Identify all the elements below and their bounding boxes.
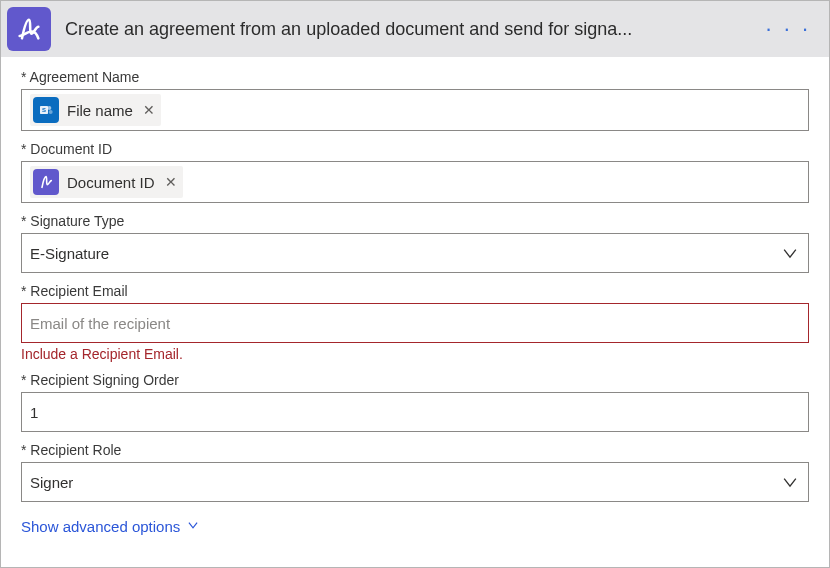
input-value: 1: [30, 404, 38, 421]
token-remove-icon[interactable]: ✕: [165, 174, 177, 190]
select-value: E-Signature: [30, 245, 109, 262]
input-signing-order[interactable]: 1: [21, 392, 809, 432]
label-recipient-email: Recipient Email: [21, 283, 809, 299]
field-recipient-email: Recipient Email Email of the recipient I…: [21, 283, 809, 362]
select-recipient-role[interactable]: Signer: [21, 462, 809, 502]
label-recipient-role: Recipient Role: [21, 442, 809, 458]
input-agreement-name[interactable]: S File name ✕: [21, 89, 809, 131]
card-header: Create an agreement from an uploaded doc…: [1, 1, 829, 57]
svg-point-3: [49, 110, 53, 114]
field-signature-type: Signature Type E-Signature: [21, 213, 809, 273]
field-signing-order: Recipient Signing Order 1: [21, 372, 809, 432]
chevron-down-icon: [186, 518, 200, 535]
token-document-id[interactable]: Document ID ✕: [30, 166, 183, 198]
input-document-id[interactable]: Document ID ✕: [21, 161, 809, 203]
error-recipient-email: Include a Recipient Email.: [21, 346, 809, 362]
field-document-id: Document ID Document ID ✕: [21, 141, 809, 203]
card-title: Create an agreement from an uploaded doc…: [65, 19, 745, 40]
adobe-sign-icon: [7, 7, 51, 51]
token-label: File name: [67, 102, 133, 119]
field-recipient-role: Recipient Role Signer: [21, 442, 809, 502]
token-remove-icon[interactable]: ✕: [143, 102, 155, 118]
svg-point-2: [47, 106, 51, 110]
more-options-button[interactable]: · · ·: [759, 16, 817, 42]
token-label: Document ID: [67, 174, 155, 191]
token-file-name[interactable]: S File name ✕: [30, 94, 161, 126]
label-agreement-name: Agreement Name: [21, 69, 809, 85]
select-value: Signer: [30, 474, 73, 491]
label-document-id: Document ID: [21, 141, 809, 157]
svg-text:S: S: [42, 107, 46, 113]
input-recipient-email[interactable]: Email of the recipient: [21, 303, 809, 343]
chevron-down-icon: [780, 472, 800, 492]
show-advanced-options-link[interactable]: Show advanced options: [21, 518, 200, 535]
adobe-sign-small-icon: [33, 169, 59, 195]
chevron-down-icon: [780, 243, 800, 263]
select-signature-type[interactable]: E-Signature: [21, 233, 809, 273]
sharepoint-icon: S: [33, 97, 59, 123]
card-body: Agreement Name S File name ✕: [1, 57, 829, 567]
input-placeholder: Email of the recipient: [30, 315, 170, 332]
field-agreement-name: Agreement Name S File name ✕: [21, 69, 809, 131]
advanced-label: Show advanced options: [21, 518, 180, 535]
action-card: Create an agreement from an uploaded doc…: [0, 0, 830, 568]
label-signing-order: Recipient Signing Order: [21, 372, 809, 388]
label-signature-type: Signature Type: [21, 213, 809, 229]
